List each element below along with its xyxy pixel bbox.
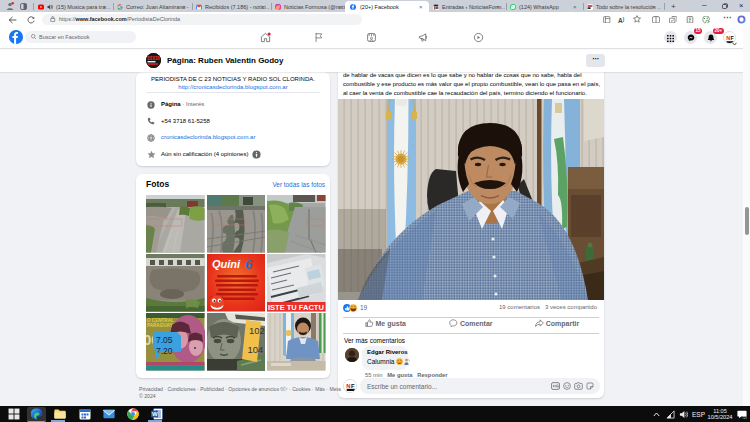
svg-text:(2): (2) bbox=[742, 416, 747, 419]
svg-text:O CENTRAL: O CENTRAL bbox=[147, 318, 174, 323]
svg-text:W: W bbox=[152, 411, 158, 417]
svg-text:F: F bbox=[351, 383, 355, 389]
svg-text:6: 6 bbox=[245, 257, 253, 272]
svg-text:Quini: Quini bbox=[212, 258, 241, 270]
svg-text:7.05: 7.05 bbox=[156, 335, 173, 345]
svg-text:104: 104 bbox=[247, 344, 263, 355]
svg-text:ISTE TU FACTU: ISTE TU FACTU bbox=[268, 303, 324, 312]
svg-text:PARAGUAY: PARAGUAY bbox=[147, 323, 173, 328]
svg-text:102: 102 bbox=[249, 325, 265, 336]
